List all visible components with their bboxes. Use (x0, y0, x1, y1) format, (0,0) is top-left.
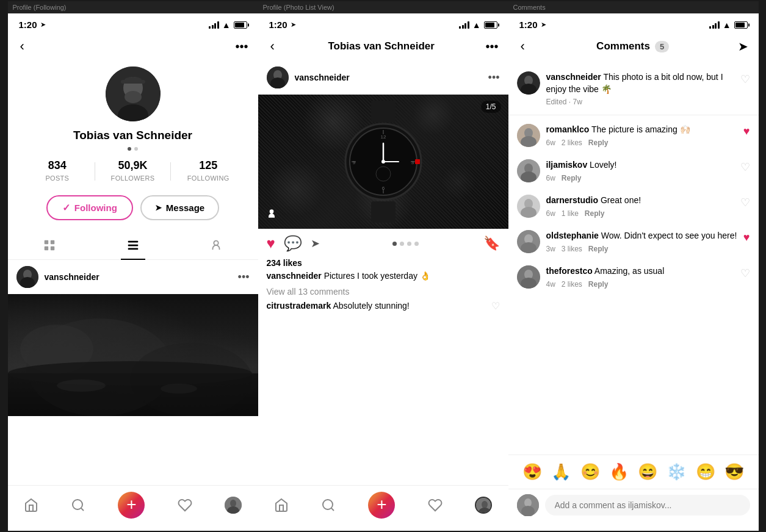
stat-following: 125 FOLLOWING (171, 159, 246, 183)
emoji-pray[interactable]: 🙏 (551, 462, 571, 481)
following-button[interactable]: ✓ Following (46, 195, 133, 220)
comment-content-5: theforestco Amazing, as usual 4w 2 likes… (546, 265, 734, 289)
post-username-1: vanschneider (45, 272, 238, 282)
search-icon-1 (71, 498, 85, 512)
comment-content-1: romanklco The picture is amazing 🙌🏻 6w 2… (546, 124, 737, 147)
comment-time-5: 4w (546, 280, 555, 289)
comment-avatar-4 (517, 230, 540, 253)
nav-search-1[interactable] (71, 498, 85, 512)
emoji-bar: 😍 🙏 😊 🔥 😄 ❄️ 😁 😎 (508, 455, 759, 489)
nav-add-1[interactable]: + (118, 492, 145, 519)
comment-like-button[interactable]: ♡ (491, 300, 500, 312)
nav-home-2[interactable] (274, 498, 289, 512)
emoji-fire[interactable]: 🔥 (609, 462, 629, 481)
screen1-label: Profile (Following) (8, 1, 258, 13)
svg-rect-11 (128, 245, 138, 246)
comment-like-1[interactable]: ♥ (743, 124, 750, 138)
grid-icon (43, 239, 56, 252)
tab-grid[interactable] (8, 231, 92, 259)
emoji-beam[interactable]: 😁 (696, 462, 715, 481)
status-bar-3: 1:20 ➤ ▲ (508, 13, 759, 32)
commenter-avatar-1 (517, 124, 540, 147)
check-icon: ✓ (62, 202, 70, 214)
svg-point-50 (323, 500, 333, 509)
signal-icon-1 (209, 21, 219, 29)
tab-list[interactable] (91, 231, 175, 259)
nav-avatar-1 (225, 497, 242, 514)
comment-like-4[interactable]: ♥ (743, 230, 750, 244)
nav-search-2[interactable] (321, 498, 336, 512)
heart-icon-3: ♡ (740, 196, 750, 209)
back-button-1[interactable]: ‹ (18, 36, 27, 57)
following-label: FOLLOWING (187, 174, 229, 182)
share-button[interactable]: ➤ (311, 237, 320, 250)
commenter-avatar-2 (517, 159, 540, 182)
comment-like-2[interactable]: ♡ (740, 159, 750, 174)
status-icons-1: ▲ (209, 20, 247, 30)
comment-item-0: vanschneider This photo is a bit old now… (508, 65, 759, 112)
post-menu-2[interactable]: ••• (488, 71, 500, 84)
screen1-profile: 1:20 ➤ ▲ ‹ ••• (8, 13, 258, 531)
reply-button-3[interactable]: Reply (585, 209, 605, 218)
svg-point-22 (57, 379, 106, 392)
post-username-2: vanschneider (295, 73, 488, 82)
comment-meta-4: 3w 3 likes Reply (546, 245, 737, 253)
landscape-svg (8, 294, 258, 416)
message-button[interactable]: ➤ Message (140, 195, 219, 220)
svg-line-25 (81, 508, 84, 511)
emoji-snowflake[interactable]: ❄️ (667, 462, 686, 481)
nav-profile-2[interactable] (475, 497, 492, 514)
comment-like-3[interactable]: ♡ (740, 195, 750, 209)
heart-icon-5: ♡ (740, 267, 750, 279)
bookmark-button[interactable]: 🔖 (483, 235, 500, 251)
add-icon-1: + (126, 496, 136, 513)
comments-badge: 5 (655, 41, 669, 52)
back-button-2[interactable]: ‹ (268, 36, 277, 57)
emoji-love[interactable]: 😍 (522, 462, 542, 481)
comment-like-5[interactable]: ♡ (740, 265, 750, 280)
watch-photo: 12 3 6 9 (258, 95, 508, 229)
commenter-text-3: Great one! (601, 195, 641, 205)
emoji-cool[interactable]: 😎 (724, 462, 744, 481)
screen2-label: Profile (Photo List View) (258, 1, 508, 13)
nav-profile-1[interactable] (225, 497, 242, 514)
wifi-icon-3: ▲ (723, 20, 731, 30)
reply-button-4[interactable]: Reply (588, 245, 609, 253)
tab-tagged[interactable] (175, 231, 258, 259)
profile-actions: ✓ Following ➤ Message (8, 189, 258, 226)
nav-add-2[interactable]: + (368, 492, 395, 519)
dot-1 (128, 147, 131, 151)
svg-rect-48 (415, 159, 420, 164)
comment-time-1: 6w (546, 138, 555, 147)
reply-button-1[interactable]: Reply (588, 138, 609, 147)
view-comments-link[interactable]: View all 13 comments (258, 285, 508, 298)
photo-counter: 1/5 (481, 101, 501, 113)
profile-stats: 834 POSTS 50,9K FOLLOWERS 125 FOLLOWING (8, 153, 258, 189)
location-icon-2: ➤ (291, 21, 296, 29)
comment-like-0[interactable]: ♡ (740, 71, 750, 86)
heart-icon-2 (428, 498, 443, 512)
like-button[interactable]: ♥ (267, 235, 275, 252)
reply-button-2[interactable]: Reply (562, 174, 582, 182)
nav-home-1[interactable] (24, 498, 38, 512)
post-menu-1[interactable]: ••• (238, 271, 250, 284)
back-button-3[interactable]: ‹ (518, 36, 527, 57)
emoji-grin[interactable]: 😄 (638, 462, 657, 481)
comment-content-3: darnerstudio Great one! 6w 1 like Reply (546, 195, 734, 218)
menu-button-1[interactable]: ••• (235, 40, 248, 54)
comment-content-2: iljamiskov Lovely! 6w Reply (546, 159, 734, 182)
nav-heart-1[interactable] (178, 498, 192, 512)
send-button[interactable]: ➤ (738, 39, 748, 54)
comment-button[interactable]: 💬 (284, 235, 302, 252)
emoji-smile[interactable]: 😊 (580, 462, 600, 481)
svg-text:6: 6 (381, 185, 385, 191)
signal-icon-2 (459, 21, 469, 29)
comment-input-field[interactable] (545, 495, 750, 516)
reply-button-5[interactable]: Reply (588, 280, 609, 289)
menu-button-2[interactable]: ••• (485, 40, 498, 54)
post-avatar-2 (267, 66, 289, 88)
commenter-name-5: theforestco (546, 266, 593, 276)
tag-person-icon (266, 207, 278, 220)
nav-heart-2[interactable] (428, 498, 443, 512)
svg-rect-32 (371, 101, 396, 122)
